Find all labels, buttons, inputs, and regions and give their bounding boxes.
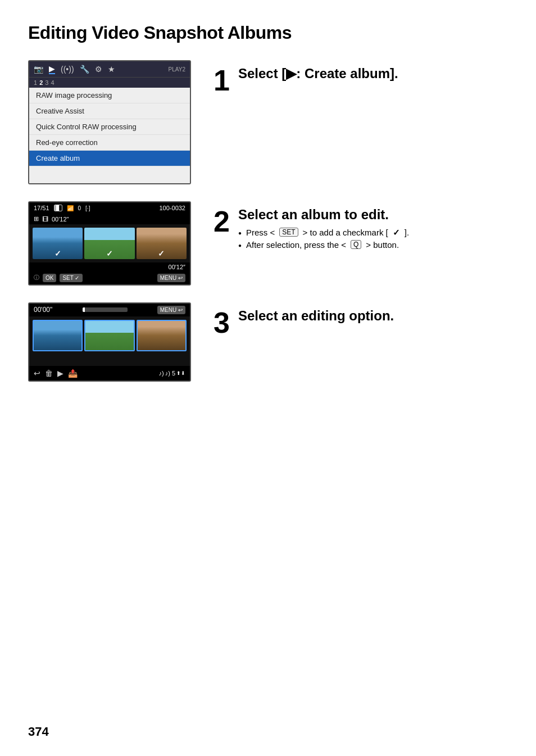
check-2: ✓	[106, 249, 113, 258]
step2-text-area: 2 Select an album to edit. Press <SET> t…	[214, 201, 508, 286]
edit-thumb-2	[84, 320, 134, 351]
edit-thumb-3	[137, 320, 187, 351]
volume-icon: ♪)	[158, 370, 163, 377]
menu-icons: 📷 ▶ ((•)) 🔧 ⚙ ★	[34, 64, 115, 74]
set-button[interactable]: SET ✓	[60, 274, 82, 282]
menu-items-list: RAW image processing Creative Assist Qui…	[29, 88, 190, 183]
file-number: 100-0032	[160, 205, 186, 211]
step3-text-area: 3 Select an editing option.	[214, 302, 508, 382]
camera-screen-2: 17/51 ▊ 📶 0 [·] 100-0032 ⊞ 🎞 00'12"	[28, 201, 191, 286]
edit-tools-bar: ↩ 🗑 ▶ 📤 ♪) ♪) 5 ⬆⬇	[29, 366, 190, 381]
step3-number: 3	[214, 308, 230, 337]
step1-text-area: 1 Select [▶: Create album].	[214, 60, 508, 184]
album-mode-icon: ⊞	[34, 215, 39, 223]
tab-3: 3	[45, 79, 48, 86]
menu-spacer	[29, 166, 190, 183]
edit-time-start: 00'00"	[34, 306, 52, 314]
menu-button-2[interactable]: MENU ↩	[157, 274, 185, 282]
screen3-container: 00'00" MENU ↩ ↩ 🗑 ▶ 📤	[28, 302, 202, 382]
volume-display: ♪) ♪) 5 ⬆⬇	[158, 370, 185, 377]
menu-tabs: 1 2 3 4	[29, 78, 190, 88]
frame-counter: 17/51	[34, 205, 49, 211]
tool-export[interactable]: 📤	[68, 369, 78, 378]
camera-screen-3: 00'00" MENU ↩ ↩ 🗑 ▶ 📤	[28, 302, 191, 382]
step1-wrapper: 📷 ▶ ((•)) 🔧 ⚙ ★ PLAY2 1 2 3 4 RAW image …	[28, 60, 508, 184]
wrench-icon: 🔧	[80, 65, 89, 74]
step2-number: 2	[214, 207, 230, 236]
progress-container	[83, 307, 128, 312]
menu-item-create-album[interactable]: Create album	[29, 151, 190, 166]
step2-wrapper: 17/51 ▊ 📶 0 [·] 100-0032 ⊞ 🎞 00'12"	[28, 201, 508, 286]
crop-icon: [·]	[85, 205, 90, 211]
step3-content: Select an editing option.	[238, 308, 508, 329]
tab-2: 2	[39, 79, 43, 86]
counter-area: 17/51 ▊ 📶 0 [·]	[34, 205, 90, 211]
step1-title: Select [▶: Create album].	[238, 66, 508, 82]
wifi-icon: ((•))	[61, 65, 74, 74]
ok-button[interactable]: OK	[43, 274, 56, 282]
tool-delete[interactable]: 🗑	[45, 369, 53, 378]
page-number: 374	[28, 725, 49, 739]
play-label: PLAY2	[169, 66, 185, 73]
volume-arrows: ⬆⬇	[176, 370, 185, 376]
thumb-waterfall-1: ✓	[33, 228, 83, 259]
album-bottom-bar: ⓘ OK SET ✓ MENU ↩	[29, 271, 190, 284]
step2-title: Select an album to edit.	[238, 207, 508, 223]
bottom-left-buttons: ⓘ OK SET ✓	[34, 274, 83, 282]
thumb-field-1: ✓	[84, 228, 134, 259]
menu-item-creative[interactable]: Creative Assist	[29, 103, 190, 119]
album-duration: 00'12"	[52, 216, 69, 223]
menu-item-redeye[interactable]: Red-eye correction	[29, 135, 190, 151]
menu-top-bar: 📷 ▶ ((•)) 🔧 ⚙ ★ PLAY2	[29, 61, 190, 78]
tab-4: 4	[51, 79, 54, 86]
album-grid: ✓ ✓ ✓	[29, 224, 190, 262]
settings-icon: ⚙	[95, 65, 102, 74]
image-stabilizer: 0	[78, 205, 81, 211]
camera-screen-1: 📷 ▶ ((•)) 🔧 ⚙ ★ PLAY2 1 2 3 4 RAW image …	[28, 60, 191, 184]
tool-back[interactable]: ↩	[34, 369, 40, 378]
info-icon: ⓘ	[34, 274, 39, 282]
tab-1: 1	[34, 79, 37, 86]
menu-button-3[interactable]: MENU ↩	[157, 306, 185, 314]
edit-top-bar: 00'00" MENU ↩	[29, 304, 190, 316]
star-icon: ★	[108, 65, 115, 74]
screen2-container: 17/51 ▊ 📶 0 [·] 100-0032 ⊞ 🎞 00'12"	[28, 201, 202, 286]
step3-wrapper: 00'00" MENU ↩ ↩ 🗑 ▶ 📤	[28, 302, 508, 382]
album-top-bar: 17/51 ▊ 📶 0 [·] 100-0032	[29, 202, 190, 214]
wifi-status: 📶	[67, 205, 74, 211]
menu-item-raw[interactable]: RAW image processing	[29, 88, 190, 103]
step2-bullets: Press <SET> to add a checkmark [✓]. Afte…	[238, 228, 508, 250]
bullet-1: Press <SET> to add a checkmark [✓].	[238, 228, 508, 238]
album-sub-bar: ⊞ 🎞 00'12"	[29, 214, 190, 224]
tool-play[interactable]: ▶	[57, 369, 63, 378]
step1-number: 1	[214, 66, 230, 95]
volume-value: ♪) 5	[165, 370, 175, 377]
camera-icon: 📷	[34, 65, 43, 74]
step1-content: Select [▶: Create album].	[238, 66, 508, 87]
edit-grid	[29, 316, 190, 355]
step3-title: Select an editing option.	[238, 308, 508, 324]
page-title: Editing Video Snapshot Albums	[28, 22, 508, 43]
screen1-container: 📷 ▶ ((•)) 🔧 ⚙ ★ PLAY2 1 2 3 4 RAW image …	[28, 60, 202, 184]
album-time-display: 00′12″	[29, 262, 190, 271]
tool-icons-left: ↩ 🗑 ▶ 📤	[34, 369, 78, 378]
progress-fill	[83, 307, 85, 312]
bullet-2: After selection, press the <Q> button.	[238, 240, 508, 250]
edit-spacer	[29, 355, 190, 366]
album-time-icon: 🎞	[42, 216, 48, 223]
battery-icon: ▊	[54, 205, 62, 211]
check-3: ✓	[158, 249, 165, 258]
battery-area: ▊	[54, 205, 62, 211]
play-icon: ▶	[49, 64, 55, 74]
edit-thumb-1	[33, 320, 83, 351]
thumb-dog-1: ✓	[137, 228, 187, 259]
check-1: ✓	[54, 249, 61, 258]
menu-item-quick-raw[interactable]: Quick Control RAW processing	[29, 119, 190, 135]
step2-content: Select an album to edit. Press <SET> to …	[238, 207, 508, 252]
